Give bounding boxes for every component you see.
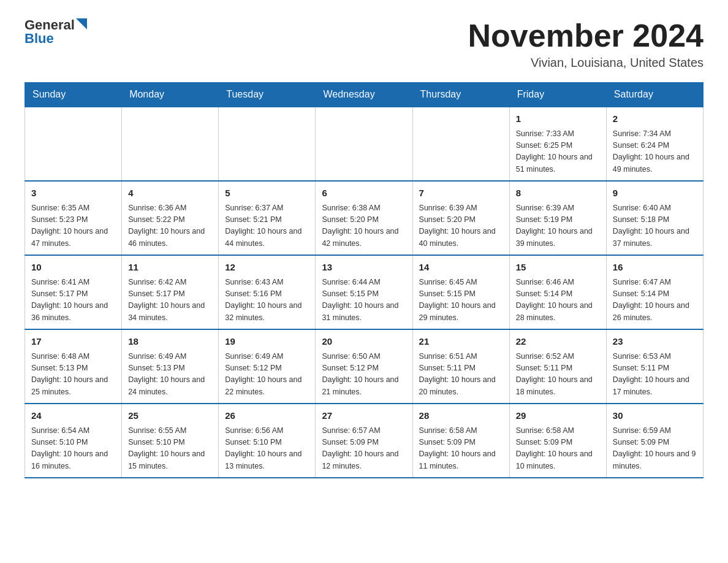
day-number: 25: [128, 409, 212, 423]
day-number: 9: [613, 186, 697, 201]
day-number: 14: [419, 261, 503, 275]
calendar-week-row: 17Sunrise: 6:48 AM Sunset: 5:13 PM Dayli…: [25, 329, 703, 404]
day-info: Sunrise: 6:43 AM Sunset: 5:16 PM Dayligh…: [225, 277, 309, 324]
calendar-cell: 23Sunrise: 6:53 AM Sunset: 5:11 PM Dayli…: [606, 329, 703, 404]
day-info: Sunrise: 6:59 AM Sunset: 5:09 PM Dayligh…: [613, 425, 697, 473]
day-number: 16: [613, 261, 697, 275]
calendar-header-wednesday: Wednesday: [316, 83, 412, 107]
calendar-cell: [219, 107, 316, 181]
day-number: 10: [31, 261, 115, 275]
calendar-cell: 29Sunrise: 6:58 AM Sunset: 5:09 PM Dayli…: [509, 404, 606, 478]
day-info: Sunrise: 6:45 AM Sunset: 5:15 PM Dayligh…: [419, 277, 503, 324]
day-number: 15: [516, 261, 600, 275]
day-number: 20: [322, 335, 406, 349]
calendar-header-friday: Friday: [509, 83, 606, 107]
day-number: 24: [31, 409, 115, 423]
calendar-cell: 14Sunrise: 6:45 AM Sunset: 5:15 PM Dayli…: [412, 255, 509, 329]
day-number: 29: [516, 409, 600, 423]
day-info: Sunrise: 6:42 AM Sunset: 5:17 PM Dayligh…: [128, 277, 212, 324]
calendar-cell: [412, 107, 509, 181]
day-number: 3: [31, 186, 115, 201]
svg-marker-0: [76, 18, 87, 29]
day-info: Sunrise: 6:58 AM Sunset: 5:09 PM Dayligh…: [516, 425, 600, 473]
day-number: 6: [322, 186, 406, 201]
calendar-header-saturday: Saturday: [606, 83, 703, 107]
day-number: 22: [516, 335, 600, 349]
day-number: 5: [225, 186, 309, 201]
calendar-week-row: 3Sunrise: 6:35 AM Sunset: 5:23 PM Daylig…: [25, 181, 703, 255]
day-number: 19: [225, 335, 309, 349]
calendar-header-sunday: Sunday: [25, 83, 122, 107]
day-info: Sunrise: 6:53 AM Sunset: 5:11 PM Dayligh…: [613, 351, 697, 399]
day-info: Sunrise: 6:54 AM Sunset: 5:10 PM Dayligh…: [31, 425, 115, 473]
day-info: Sunrise: 6:37 AM Sunset: 5:21 PM Dayligh…: [225, 202, 309, 250]
calendar-cell: [122, 107, 219, 181]
month-title: November 2024: [468, 18, 703, 53]
calendar-cell: 12Sunrise: 6:43 AM Sunset: 5:16 PM Dayli…: [219, 255, 316, 329]
day-number: 4: [128, 186, 212, 201]
day-info: Sunrise: 6:51 AM Sunset: 5:11 PM Dayligh…: [419, 351, 503, 399]
logo-general-text: General: [25, 18, 75, 32]
day-info: Sunrise: 6:49 AM Sunset: 5:12 PM Dayligh…: [225, 351, 309, 399]
day-info: Sunrise: 6:58 AM Sunset: 5:09 PM Dayligh…: [419, 425, 503, 473]
calendar-cell: [25, 107, 122, 181]
calendar-cell: 8Sunrise: 6:39 AM Sunset: 5:19 PM Daylig…: [509, 181, 606, 255]
day-info: Sunrise: 6:39 AM Sunset: 5:19 PM Dayligh…: [516, 202, 600, 250]
calendar-cell: 28Sunrise: 6:58 AM Sunset: 5:09 PM Dayli…: [412, 404, 509, 478]
day-info: Sunrise: 6:50 AM Sunset: 5:12 PM Dayligh…: [322, 351, 406, 399]
day-info: Sunrise: 6:39 AM Sunset: 5:20 PM Dayligh…: [419, 202, 503, 250]
calendar-week-row: 10Sunrise: 6:41 AM Sunset: 5:17 PM Dayli…: [25, 255, 703, 329]
calendar-cell: 18Sunrise: 6:49 AM Sunset: 5:13 PM Dayli…: [122, 329, 219, 404]
day-number: 13: [322, 261, 406, 275]
logo-arrow-icon: [76, 18, 87, 29]
day-number: 12: [225, 261, 309, 275]
day-info: Sunrise: 6:44 AM Sunset: 5:15 PM Dayligh…: [322, 277, 406, 324]
calendar-cell: 3Sunrise: 6:35 AM Sunset: 5:23 PM Daylig…: [25, 181, 122, 255]
calendar-cell: 2Sunrise: 7:34 AM Sunset: 6:24 PM Daylig…: [606, 107, 703, 181]
calendar-cell: 13Sunrise: 6:44 AM Sunset: 5:15 PM Dayli…: [316, 255, 412, 329]
calendar-cell: 4Sunrise: 6:36 AM Sunset: 5:22 PM Daylig…: [122, 181, 219, 255]
calendar-cell: 24Sunrise: 6:54 AM Sunset: 5:10 PM Dayli…: [25, 404, 122, 478]
logo: General Blue: [25, 18, 87, 45]
calendar-header-monday: Monday: [122, 83, 219, 107]
day-info: Sunrise: 6:47 AM Sunset: 5:14 PM Dayligh…: [613, 277, 697, 324]
day-number: 17: [31, 335, 115, 349]
calendar-cell: 6Sunrise: 6:38 AM Sunset: 5:20 PM Daylig…: [316, 181, 412, 255]
calendar-cell: 20Sunrise: 6:50 AM Sunset: 5:12 PM Dayli…: [316, 329, 412, 404]
calendar-cell: 30Sunrise: 6:59 AM Sunset: 5:09 PM Dayli…: [606, 404, 703, 478]
title-section: November 2024 Vivian, Louisiana, United …: [468, 18, 703, 70]
calendar-cell: 25Sunrise: 6:55 AM Sunset: 5:10 PM Dayli…: [122, 404, 219, 478]
day-info: Sunrise: 6:55 AM Sunset: 5:10 PM Dayligh…: [128, 425, 212, 473]
day-info: Sunrise: 6:52 AM Sunset: 5:11 PM Dayligh…: [516, 351, 600, 399]
calendar-cell: 10Sunrise: 6:41 AM Sunset: 5:17 PM Dayli…: [25, 255, 122, 329]
day-info: Sunrise: 6:57 AM Sunset: 5:09 PM Dayligh…: [322, 425, 406, 473]
calendar-week-row: 24Sunrise: 6:54 AM Sunset: 5:10 PM Dayli…: [25, 404, 703, 478]
day-number: 11: [128, 261, 212, 275]
calendar-cell: 11Sunrise: 6:42 AM Sunset: 5:17 PM Dayli…: [122, 255, 219, 329]
day-info: Sunrise: 6:48 AM Sunset: 5:13 PM Dayligh…: [31, 351, 115, 399]
calendar-header-tuesday: Tuesday: [219, 83, 316, 107]
calendar-cell: 27Sunrise: 6:57 AM Sunset: 5:09 PM Dayli…: [316, 404, 412, 478]
day-number: 21: [419, 335, 503, 349]
day-number: 2: [613, 112, 697, 126]
calendar-header-thursday: Thursday: [412, 83, 509, 107]
day-number: 7: [419, 186, 503, 201]
calendar-cell: 15Sunrise: 6:46 AM Sunset: 5:14 PM Dayli…: [509, 255, 606, 329]
day-info: Sunrise: 6:38 AM Sunset: 5:20 PM Dayligh…: [322, 202, 406, 250]
calendar-cell: 21Sunrise: 6:51 AM Sunset: 5:11 PM Dayli…: [412, 329, 509, 404]
day-info: Sunrise: 6:41 AM Sunset: 5:17 PM Dayligh…: [31, 277, 115, 324]
calendar-cell: 7Sunrise: 6:39 AM Sunset: 5:20 PM Daylig…: [412, 181, 509, 255]
calendar-week-row: 1Sunrise: 7:33 AM Sunset: 6:25 PM Daylig…: [25, 107, 703, 181]
day-info: Sunrise: 6:40 AM Sunset: 5:18 PM Dayligh…: [613, 202, 697, 250]
calendar-cell: 22Sunrise: 6:52 AM Sunset: 5:11 PM Dayli…: [509, 329, 606, 404]
calendar-cell: [316, 107, 412, 181]
page-header: General Blue November 2024 Vivian, Louis…: [25, 18, 703, 70]
location-text: Vivian, Louisiana, United States: [468, 56, 703, 70]
calendar-cell: 16Sunrise: 6:47 AM Sunset: 5:14 PM Dayli…: [606, 255, 703, 329]
day-number: 30: [613, 409, 697, 423]
day-info: Sunrise: 7:33 AM Sunset: 6:25 PM Dayligh…: [516, 128, 600, 176]
calendar-cell: 9Sunrise: 6:40 AM Sunset: 5:18 PM Daylig…: [606, 181, 703, 255]
day-info: Sunrise: 6:46 AM Sunset: 5:14 PM Dayligh…: [516, 277, 600, 324]
day-info: Sunrise: 7:34 AM Sunset: 6:24 PM Dayligh…: [613, 128, 697, 176]
calendar-cell: 19Sunrise: 6:49 AM Sunset: 5:12 PM Dayli…: [219, 329, 316, 404]
